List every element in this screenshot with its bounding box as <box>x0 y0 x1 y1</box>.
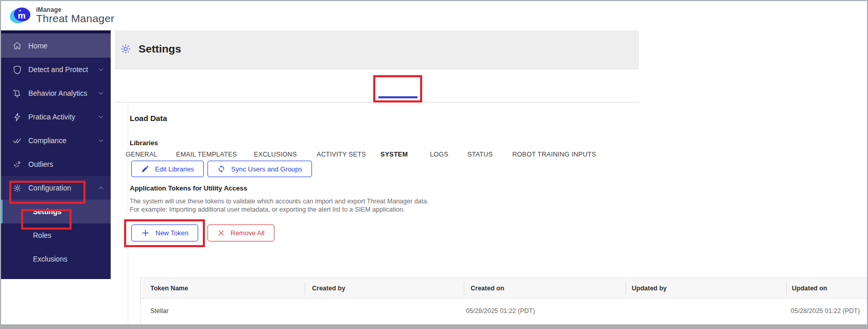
tab-activity-sets[interactable]: ACTIVITY SETS <box>317 151 366 158</box>
top-band: m iManage Threat Manager <box>1 1 867 30</box>
cell-token-name: Stellar <box>150 307 168 315</box>
tabs-bar: GENERAL EMAIL TEMPLATES EXCLUSIONS ACTIV… <box>115 70 639 102</box>
tab-status[interactable]: STATUS <box>467 151 493 158</box>
chevron-down-icon <box>97 66 105 73</box>
tab-system[interactable]: SYSTEM <box>380 151 408 158</box>
libraries-heading: Libraries <box>130 139 158 147</box>
column-separator <box>786 282 787 295</box>
chevron-up-icon <box>97 184 105 192</box>
settings-gear-icon <box>120 43 131 55</box>
column-header-token-name[interactable]: Token Name <box>150 285 188 292</box>
lightning-icon <box>12 112 22 122</box>
pencil-icon <box>141 165 149 173</box>
sidebar: Home Detect and Protect Behavior Analyti… <box>1 30 111 279</box>
column-separator <box>464 282 464 295</box>
new-token-button[interactable]: New Token <box>131 224 198 241</box>
imanage-logo-icon: m <box>9 5 33 26</box>
home-icon <box>12 41 22 50</box>
active-tab-underline <box>378 96 418 98</box>
sidebar-item-label: Home <box>28 42 47 50</box>
sidebar-item-roles[interactable]: Roles <box>1 223 111 247</box>
tokens-table-header: Token Name Created by Created on Updated… <box>141 278 868 299</box>
tab-email-templates[interactable]: EMAIL TEMPLATES <box>176 151 237 158</box>
plus-icon <box>141 229 150 237</box>
sidebar-item-label: Settings <box>33 207 61 216</box>
sidebar-item-detect-and-protect[interactable]: Detect and Protect <box>1 58 111 81</box>
sidebar-item-label: Pratica Activity <box>28 113 75 121</box>
threat-manager-window: m iManage Threat Manager Home Detect and… <box>0 0 868 329</box>
edit-libraries-button[interactable]: Edit Libraries <box>131 161 204 177</box>
column-header-created-by[interactable]: Created by <box>312 285 345 292</box>
sync-users-groups-label: Sync Users and Groups <box>231 165 302 173</box>
sync-icon <box>217 165 225 173</box>
table-row[interactable]: Stellar 05/28/2025 01:22 (PDT) 05/28/202… <box>141 299 868 325</box>
column-header-updated-on[interactable]: Updated on <box>792 285 827 292</box>
sidebar-item-label: Outliers <box>28 160 53 168</box>
edit-libraries-label: Edit Libraries <box>155 165 194 173</box>
chevron-down-icon <box>97 90 105 97</box>
tab-general[interactable]: GENERAL <box>126 151 158 158</box>
x-icon <box>217 229 225 237</box>
sidebar-item-label: Exclusions <box>33 255 67 263</box>
sidebar-item-pratica-activity[interactable]: Pratica Activity <box>1 105 111 129</box>
application-tokens-heading: Application Tokens for Utility Access <box>130 184 247 192</box>
tab-exclusions[interactable]: EXCLUSIONS <box>254 151 297 158</box>
sidebar-item-exclusions[interactable]: Exclusions <box>1 247 111 271</box>
tokens-description-line2: For example: Importing additional user m… <box>130 206 405 213</box>
sidebar-item-outliers[interactable]: Outliers <box>1 152 111 176</box>
remove-all-button[interactable]: Remove All <box>207 224 274 241</box>
tokens-description-line1: The system will use these tokens to vali… <box>130 198 429 205</box>
sidebar-item-configuration[interactable]: Configuration <box>1 176 111 200</box>
double-check-icon <box>12 136 22 146</box>
bell-icon <box>12 89 22 98</box>
page-header-band <box>115 30 639 70</box>
column-separator <box>305 282 305 295</box>
sidebar-item-compliance[interactable]: Compliance <box>1 129 111 152</box>
tokens-table: Token Name Created by Created on Updated… <box>140 278 868 325</box>
sidebar-item-label: Compliance <box>28 136 66 145</box>
logo-text: iManage Threat Manager <box>36 7 114 25</box>
sidebar-item-settings[interactable]: Settings <box>1 200 111 223</box>
column-separator <box>626 282 626 295</box>
sidebar-item-home[interactable]: Home <box>1 33 111 58</box>
cell-created-on: 05/28/2025 01:22 (PDT) <box>466 307 535 315</box>
remove-all-label: Remove All <box>231 229 265 237</box>
content-left-divider <box>128 102 128 325</box>
gear-icon <box>12 183 22 193</box>
column-header-created-on[interactable]: Created on <box>471 285 504 292</box>
column-header-updated-by[interactable]: Updated by <box>632 285 667 292</box>
chevron-down-icon <box>97 113 105 120</box>
cell-updated-on: 05/28/2025 01:22 (PDT) <box>791 307 860 315</box>
sidebar-item-label: Detect and Protect <box>28 65 88 74</box>
page-header: Settings <box>120 43 181 55</box>
sidebar-item-behavior-analytics[interactable]: Behavior Analytics <box>1 81 111 105</box>
sidebar-item-label: Roles <box>33 231 51 239</box>
logo-product: Threat Manager <box>36 13 114 24</box>
tab-logs[interactable]: LOGS <box>430 151 448 158</box>
scatter-dots-icon <box>12 160 22 169</box>
sync-users-groups-button[interactable]: Sync Users and Groups <box>207 161 312 177</box>
tab-robot-training-inputs[interactable]: ROBOT TRAINING INPUTS <box>512 151 596 158</box>
sidebar-item-label: Behavior Analytics <box>28 89 87 97</box>
svg-text:m: m <box>18 11 25 21</box>
new-token-label: New Token <box>155 229 188 237</box>
page-title: Settings <box>138 43 181 55</box>
horizontal-scrollbar[interactable] <box>1 324 867 328</box>
imanage-logo: m iManage Threat Manager <box>9 5 114 26</box>
sidebar-item-label: Configuration <box>28 184 71 192</box>
load-data-heading: Load Data <box>130 114 167 123</box>
chevron-down-icon <box>97 137 105 144</box>
shield-icon <box>12 65 22 75</box>
